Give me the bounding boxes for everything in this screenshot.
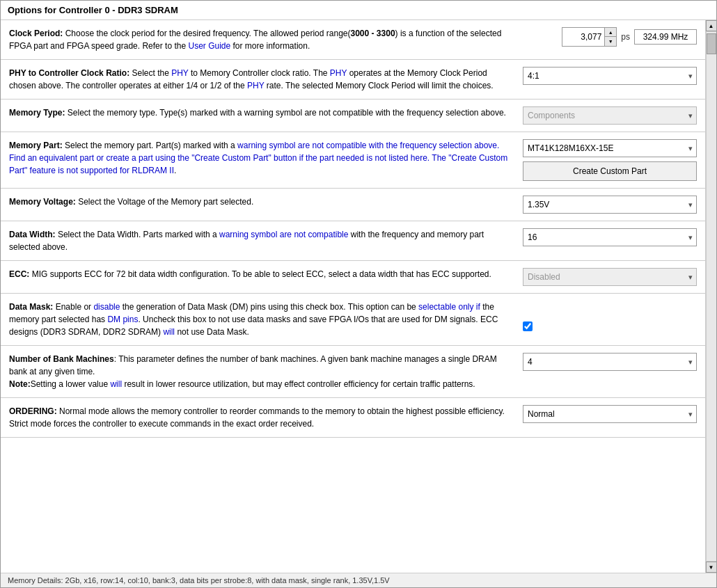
memory-type-control: Components (523, 106, 697, 125)
memory-voltage-select-wrapper: 1.35V 1.5V (523, 196, 697, 214)
title-bar: Options for Controller 0 - DDR3 SDRAM (1, 1, 716, 20)
memory-details-label: Memory Details: (8, 576, 63, 585)
ecc-select[interactable]: Disabled Enabled (523, 268, 697, 286)
main-window: Options for Controller 0 - DDR3 SDRAM Cl… (0, 0, 717, 588)
bank-machines-control: 4 8 (523, 353, 697, 371)
row-memory-voltage: Memory Voltage: Select the Voltage of th… (1, 189, 705, 221)
scroll-down-btn[interactable]: ▼ (706, 562, 717, 573)
clock-period-label: Clock Period: Choose the clock period fo… (9, 29, 501, 51)
ordering-control: Normal Strict (523, 405, 697, 423)
ecc-select-wrapper: Disabled Enabled (523, 268, 697, 286)
bank-machines-select[interactable]: 4 8 (523, 353, 697, 371)
row-data-width: Data Width: Select the Data Width. Parts… (1, 221, 705, 261)
phy-ratio-label: PHY to Controller Clock Ratio: Select th… (9, 68, 494, 90)
ordering-select[interactable]: Normal Strict (523, 405, 697, 423)
row-memory-part: Memory Part: Select the memory part. Par… (1, 132, 705, 189)
bank-machines-select-wrapper: 4 8 (523, 353, 697, 371)
data-mask-label: Data Mask: Enable or disable the generat… (9, 302, 498, 337)
clock-period-input[interactable] (562, 28, 604, 46)
memory-part-select-wrapper: MT41K128M16XX-15E (523, 139, 697, 157)
phy-ratio-select-wrapper: 4:1 2:1 (523, 67, 697, 85)
create-custom-part-button[interactable]: Create Custom Part (523, 161, 697, 181)
row-text-memory-type: Memory Type: Select the memory type. Typ… (9, 106, 523, 119)
clock-period-spinner[interactable]: ▲ ▼ (562, 27, 617, 47)
row-ecc: ECC: MIG supports ECC for 72 bit data wi… (1, 261, 705, 294)
row-phy-ratio: PHY to Controller Clock Ratio: Select th… (1, 60, 705, 100)
row-text-data-width: Data Width: Select the Data Width. Parts… (9, 228, 523, 253)
memory-voltage-select[interactable]: 1.35V 1.5V (523, 196, 697, 214)
data-width-control: 16 8 4 (523, 228, 697, 246)
scroll-up-btn[interactable]: ▲ (706, 20, 717, 31)
status-bar: Memory Details: 2Gb, x16, row:14, col:10… (1, 573, 716, 587)
scrollbar: ▲ ▼ (705, 20, 716, 573)
row-text-data-mask: Data Mask: Enable or disable the generat… (9, 301, 523, 338)
memory-part-label: Memory Part: Select the memory part. Par… (9, 141, 507, 175)
main-content: Clock Period: Choose the clock period fo… (1, 20, 705, 573)
spinner-down-btn[interactable]: ▼ (605, 37, 616, 46)
memory-part-control: MT41K128M16XX-15E Create Custom Part (523, 139, 697, 181)
user-guide-link[interactable]: User Guide (188, 41, 230, 51)
scroll-thumb[interactable] (707, 33, 716, 54)
memory-voltage-label: Memory Voltage: Select the Voltage of th… (9, 197, 253, 207)
bank-machines-label: Number of Bank Machines: This parameter … (9, 354, 497, 389)
data-width-select[interactable]: 16 8 4 (523, 228, 697, 246)
memory-voltage-control: 1.35V 1.5V (523, 196, 697, 214)
row-memory-type: Memory Type: Select the memory type. Typ… (1, 100, 705, 132)
clock-period-control: ▲ ▼ ps 324.99 MHz (523, 27, 697, 47)
data-mask-checkbox[interactable] (523, 321, 533, 331)
row-text-memory-voltage: Memory Voltage: Select the Voltage of th… (9, 196, 523, 208)
content-area: Clock Period: Choose the clock period fo… (1, 20, 716, 573)
scroll-track[interactable] (706, 31, 717, 562)
spinner-buttons: ▲ ▼ (604, 28, 616, 46)
spinner-up-btn[interactable]: ▲ (605, 28, 616, 37)
mhz-display: 324.99 MHz (634, 29, 697, 45)
ecc-label: ECC: MIG supports ECC for 72 bit data wi… (9, 269, 491, 279)
row-data-mask: Data Mask: Enable or disable the generat… (1, 294, 705, 346)
memory-part-select[interactable]: MT41K128M16XX-15E (523, 139, 697, 157)
window-title: Options for Controller 0 - DDR3 SDRAM (8, 5, 178, 15)
data-mask-control (523, 301, 697, 331)
row-text-clock-period: Clock Period: Choose the clock period fo… (9, 27, 523, 52)
phy-ratio-select[interactable]: 4:1 2:1 (523, 67, 697, 85)
ps-unit: ps (621, 32, 630, 42)
ecc-control: Disabled Enabled (523, 268, 697, 286)
memory-type-label: Memory Type: Select the memory type. Typ… (9, 108, 506, 118)
data-width-label: Data Width: Select the Data Width. Parts… (9, 230, 484, 252)
data-width-select-wrapper: 16 8 4 (523, 228, 697, 246)
memory-type-select[interactable]: Components (523, 106, 697, 125)
ordering-label: ORDERING: Normal mode allows the memory … (9, 406, 505, 429)
memory-type-select-wrapper: Components (523, 106, 697, 125)
row-clock-period: Clock Period: Choose the clock period fo… (1, 20, 705, 60)
ordering-select-wrapper: Normal Strict (523, 405, 697, 423)
row-text-ordering: ORDERING: Normal mode allows the memory … (9, 405, 523, 430)
row-text-memory-part: Memory Part: Select the memory part. Par… (9, 139, 523, 177)
row-bank-machines: Number of Bank Machines: This parameter … (1, 346, 705, 398)
row-ordering: ORDERING: Normal mode allows the memory … (1, 398, 705, 438)
row-text-bank-machines: Number of Bank Machines: This parameter … (9, 353, 523, 390)
row-text-phy-ratio: PHY to Controller Clock Ratio: Select th… (9, 67, 523, 92)
phy-ratio-control: 4:1 2:1 (523, 67, 697, 85)
row-text-ecc: ECC: MIG supports ECC for 72 bit data wi… (9, 268, 523, 280)
memory-details-value: 2Gb, x16, row:14, col:10, bank:3, data b… (65, 576, 390, 585)
